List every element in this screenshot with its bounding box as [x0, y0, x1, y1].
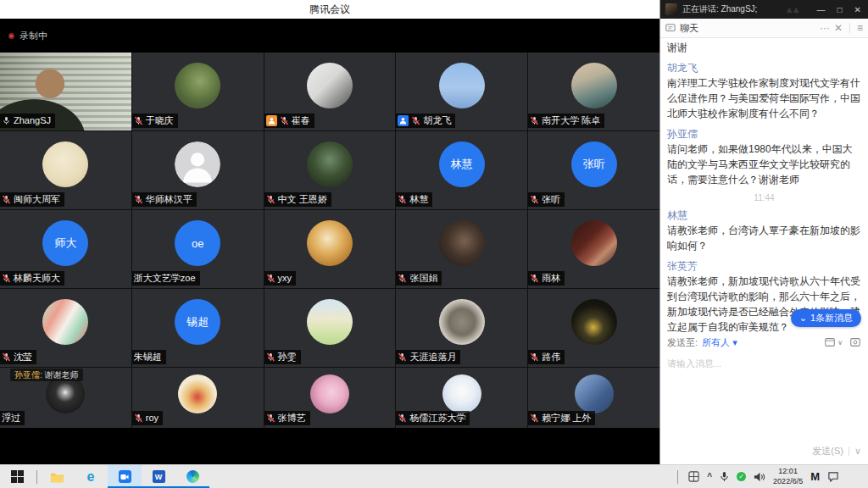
divider: [849, 446, 849, 456]
action-center-icon[interactable]: [827, 471, 839, 482]
participant-tile[interactable]: 天涯追落月: [396, 289, 527, 367]
message-sender: 胡龙飞: [667, 61, 861, 75]
meeting-title: 腾讯会议: [309, 3, 350, 17]
participant-tile[interactable]: yxy: [264, 210, 396, 288]
mic-muted-icon: [530, 274, 539, 283]
participant-name: 崔春: [292, 114, 310, 127]
participant-name: 路伟: [542, 351, 560, 363]
participant-name-label: 闽师大周军: [0, 192, 64, 207]
participant-name: 浮过: [2, 412, 20, 424]
maximize-button[interactable]: □: [837, 5, 843, 14]
chat-menu-button[interactable]: ≡: [857, 23, 863, 33]
avatar: [175, 141, 220, 187]
participant-tile[interactable]: oe浙大文艺学zoe: [132, 210, 264, 288]
minimize-button[interactable]: —: [817, 5, 826, 14]
new-message-pill[interactable]: ⌄ 1条新消息: [791, 309, 861, 327]
mic-muted-icon: [530, 352, 539, 362]
avatar: [310, 374, 349, 413]
recording-dot-icon: [8, 33, 14, 39]
avatar: [571, 63, 617, 108]
participant-tile[interactable]: 于晓庆: [132, 53, 264, 130]
participant-tile[interactable]: 师大 林麟天师大: [0, 210, 131, 288]
send-button[interactable]: 发送(S) ∨: [812, 445, 861, 458]
participant-tile[interactable]: 赖宁娜 上外: [528, 368, 659, 428]
participant-name-label: 雨林: [528, 271, 565, 286]
meeting-logo-watermark-icon: ▲▲: [785, 4, 798, 14]
participant-tile[interactable]: 中文 王恩娇: [264, 131, 396, 209]
avatar: 师大: [42, 220, 88, 266]
avatar: [178, 374, 217, 413]
participant-tile[interactable]: 雨林: [528, 210, 659, 288]
participant-tile[interactable]: 胡龙飞: [396, 53, 527, 130]
taskbar-word[interactable]: W: [142, 465, 175, 488]
send-to-label: 发送至:: [667, 336, 698, 349]
mic-muted-icon: [2, 195, 11, 204]
mic-muted-icon: [398, 413, 407, 423]
taskbar-tencent-meeting[interactable]: [108, 465, 142, 488]
avatar: [42, 299, 88, 345]
taskbar-ie-edge-legacy[interactable]: e: [74, 465, 108, 488]
participant-tile[interactable]: 闽师大周军: [0, 131, 131, 209]
recording-label: 录制中: [19, 30, 47, 42]
screenshot-icon[interactable]: [849, 336, 861, 348]
avatar: [439, 299, 485, 345]
taskbar-clock[interactable]: 12:01 2022/6/5: [773, 467, 803, 486]
chat-popout-button[interactable]: ∨: [824, 336, 843, 348]
participant-tile[interactable]: 南开大学 陈卓: [528, 53, 659, 130]
participant-tile[interactable]: roy: [132, 368, 264, 428]
participant-name: 浙大文艺学zoe: [134, 272, 196, 285]
participant-name-label: 胡龙飞: [396, 114, 455, 128]
participant-tile[interactable]: 杨儒江苏大学: [396, 368, 527, 428]
participant-name: 林麟天师大: [14, 272, 60, 285]
ime-grid-icon[interactable]: [688, 471, 699, 482]
avatar: [307, 63, 353, 108]
chat-message-list[interactable]: 谢谢胡龙飞南洋理工大学驻校作家制度对现代文学有什么促进作用？与美国爱荷华国际写作…: [660, 38, 868, 332]
start-button[interactable]: [0, 465, 34, 488]
taskbar-edge[interactable]: [175, 465, 209, 488]
participant-tile[interactable]: 张国娟: [396, 210, 527, 288]
participant-tile[interactable]: 孙亚儒: 谢谢老师浮过: [0, 368, 131, 428]
chat-more-button[interactable]: ···: [820, 23, 830, 33]
send-to-selector[interactable]: 所有人 ▾: [702, 336, 737, 349]
participant-name-label: 张听: [528, 192, 565, 207]
avatar: [442, 374, 481, 413]
participant-tile[interactable]: 孙雯: [264, 289, 396, 367]
chat-window-titlebar[interactable]: 正在讲话: ZhangSJ; ▲▲ — □ ✕: [660, 0, 868, 19]
security-tray-icon[interactable]: ✓: [737, 472, 746, 481]
tray-expand-chevron[interactable]: ^: [707, 472, 712, 481]
participant-tile[interactable]: 张听 张听: [528, 131, 659, 209]
ime-indicator[interactable]: M: [810, 470, 820, 483]
avatar: [439, 220, 485, 266]
volume-tray-icon[interactable]: [754, 472, 765, 482]
chat-input-area[interactable]: 请输入消息... 发送(S) ∨: [660, 352, 868, 464]
participant-name: 中文 王恩娇: [278, 193, 327, 206]
participant-tile[interactable]: 张博艺: [264, 368, 396, 428]
bullet-chat-text: 谢谢老师: [45, 370, 79, 380]
participant-tile[interactable]: ZhangSJ: [0, 53, 131, 130]
participant-name: ZhangSJ: [14, 114, 51, 127]
participant-name-label: 路伟: [528, 350, 565, 364]
participant-tile[interactable]: 锡超朱锡超: [132, 289, 264, 367]
avatar: 张听: [571, 141, 617, 187]
avatar: [175, 63, 220, 108]
chevron-down-icon: ⌄: [799, 313, 807, 324]
participant-name: 赖宁娜 上外: [542, 412, 591, 424]
participant-tile[interactable]: 华师林汉平: [132, 131, 264, 209]
participant-name-label: 华师林汉平: [132, 192, 197, 207]
microphone-tray-icon[interactable]: [720, 471, 729, 482]
participant-name: 于晓庆: [146, 114, 174, 127]
participant-tile[interactable]: 崔春: [264, 53, 396, 130]
file-explorer-icon: [50, 471, 64, 483]
recording-indicator: 录制中: [8, 30, 47, 42]
participant-tile[interactable]: 林慧 林慧: [396, 131, 527, 209]
close-window-button[interactable]: ✕: [854, 5, 861, 14]
meeting-titlebar: 腾讯会议: [0, 0, 659, 19]
chat-icon: [665, 23, 676, 33]
avatar: 林慧: [439, 141, 485, 187]
send-options-caret-icon[interactable]: ∨: [854, 446, 861, 457]
taskbar-file-explorer[interactable]: [40, 465, 74, 488]
participant-tile[interactable]: 路伟: [528, 289, 659, 367]
participant-name-label: 天涯追落月: [396, 350, 460, 364]
participant-tile[interactable]: 沈莹: [0, 289, 131, 367]
chat-close-button[interactable]: ✕: [834, 23, 843, 33]
